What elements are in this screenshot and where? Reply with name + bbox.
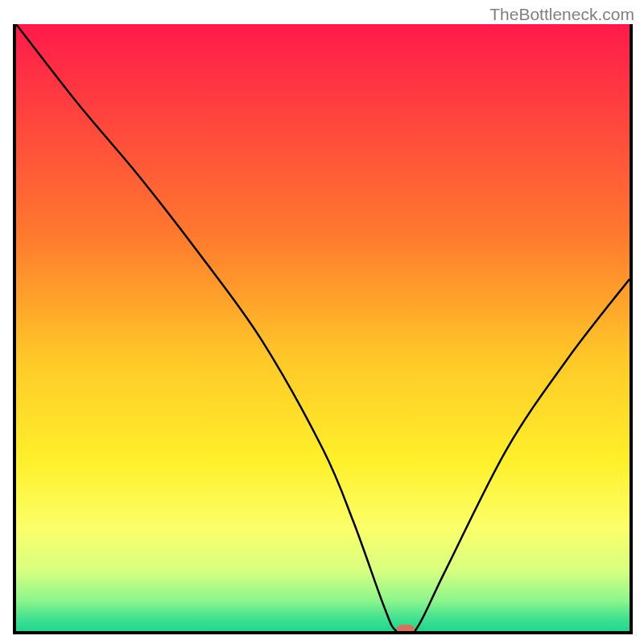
optimal-marker [397, 625, 415, 634]
bottleneck-curve [16, 24, 630, 631]
chart-container: TheBottleneck.com [0, 0, 644, 644]
plot-area [13, 24, 633, 634]
watermark-text: TheBottleneck.com [489, 5, 634, 24]
